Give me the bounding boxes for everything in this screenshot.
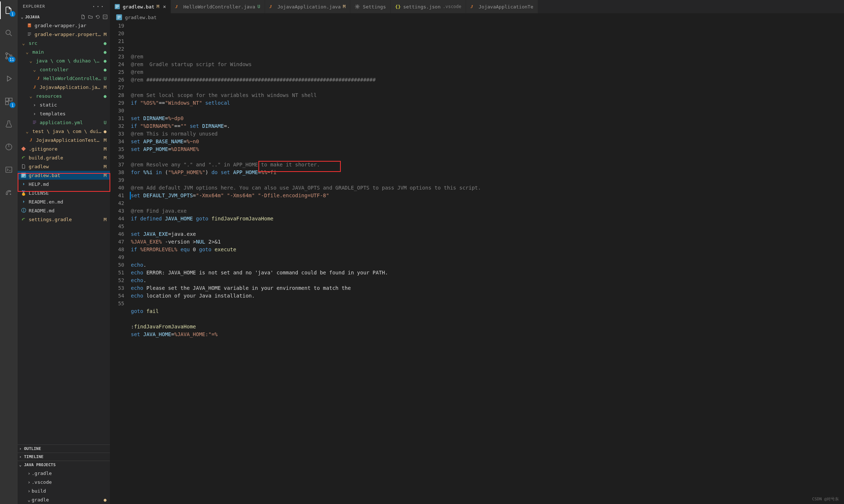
tab-settings[interactable]: Settings (350, 0, 391, 13)
activity-search-icon[interactable] (0, 24, 18, 42)
svg-rect-6 (6, 102, 8, 105)
svg-rect-23 (118, 16, 121, 17)
sidebar: EXPLORER ··· ⌄ JOJAVA gradle-wrapper.jar… (18, 0, 110, 504)
bat-icon (116, 14, 122, 20)
tree-item-controller[interactable]: ⌄controller (18, 65, 110, 74)
editor-area: gradlew.batM×JHelloWorldController.javaU… (110, 0, 844, 504)
java-projects-tree: ›.gradle›.vscode›build⌄gradle (18, 469, 110, 504)
tree-item-jojavaapplication-java[interactable]: JJojavaApplication.javaM (18, 83, 110, 91)
tree-item-helloworldcontroller-[interactable]: JHelloWorldController....U (18, 74, 110, 83)
refresh-icon[interactable] (95, 14, 100, 19)
activity-debug-icon[interactable] (0, 70, 18, 87)
tree-item-gradle-wrapper-properties[interactable]: gradle-wrapper.propertiesM (18, 30, 110, 39)
files-badge: 1 (10, 11, 15, 17)
panel-outline[interactable]: › OUTLINE (18, 444, 110, 453)
more-icon[interactable]: ··· (92, 3, 105, 10)
javaproj-item-gradle[interactable]: ⌄gradle (18, 495, 110, 504)
svg-rect-8 (6, 167, 12, 173)
javaproj-item-build[interactable]: ›build (18, 486, 110, 495)
tree-item-test-java-com-duihao-[interactable]: ⌄test \ java \ com \ duihao \ ... (18, 127, 110, 136)
activity-test-icon[interactable] (0, 115, 18, 133)
tree-item-settings-gradle[interactable]: settings.gradleM (18, 215, 110, 224)
root-folder-label: JOJAVA (25, 15, 40, 19)
activity-power-icon[interactable] (0, 138, 18, 156)
tree-item-gradle-wrapper-jar[interactable]: gradle-wrapper.jar (18, 21, 110, 30)
sidebar-header: EXPLORER ··· (18, 0, 110, 13)
tab-jojavaapplicationte[interactable]: JJojavaApplicationTe (466, 0, 538, 13)
tree-item-readme-en-md[interactable]: README.en.md (18, 197, 110, 206)
code-editor[interactable]: @rem@rem Gradle startup script for Windo… (131, 21, 844, 504)
tree-item-license[interactable]: 🏅LICENSE (18, 188, 110, 197)
tab-jojavaapplication-java[interactable]: JJojavaApplication.javaM (265, 0, 350, 13)
tree-item-templates[interactable]: ›templates (18, 109, 110, 118)
activity-terminal-icon[interactable] (0, 161, 18, 179)
svg-rect-5 (9, 98, 12, 101)
tab-gradlew-bat[interactable]: gradlew.batM× (110, 0, 171, 13)
tree-item-build-gradle[interactable]: build.gradleM (18, 153, 110, 162)
file-tree: gradle-wrapper.jargradle-wrapper.propert… (18, 21, 110, 444)
tree-item-src[interactable]: ⌄src (18, 39, 110, 47)
tree-item-application-yml[interactable]: application.ymlU (18, 118, 110, 127)
svg-point-9 (10, 194, 11, 195)
svg-rect-16 (22, 176, 24, 176)
activity-explorer-icon[interactable]: 1 (0, 1, 18, 19)
tab-helloworldcontroller-java[interactable]: JHelloWorldController.javaU (171, 0, 265, 13)
tree-item-jojavaapplicationtests-j-[interactable]: JJojavaApplicationTests.j...M (18, 136, 110, 144)
tree-item-main[interactable]: ⌄main (18, 47, 110, 56)
svg-rect-25 (118, 18, 119, 18)
new-file-icon[interactable] (81, 14, 86, 19)
tree-item-gradlew-bat[interactable]: gradlew.batM (18, 171, 110, 180)
breadcrumb-label: gradlew.bat (125, 15, 157, 20)
activity-extensions-icon[interactable]: 1 (0, 93, 18, 110)
watermark: CSDN @对号东 (812, 496, 839, 502)
svg-point-0 (6, 30, 10, 35)
close-icon[interactable]: × (163, 4, 166, 10)
activity-scm-icon[interactable]: 11 (0, 47, 18, 65)
javaproj-item--vscode[interactable]: ›.vscode (18, 478, 110, 486)
tree-item-gradlew[interactable]: gradlewM (18, 162, 110, 171)
breadcrumb[interactable]: gradlew.bat (110, 13, 844, 21)
chevron-down-icon: ⌄ (19, 15, 25, 19)
svg-point-2 (6, 57, 8, 59)
svg-rect-24 (118, 17, 121, 17)
svg-point-1 (6, 53, 8, 55)
svg-rect-19 (116, 6, 119, 7)
collapse-icon[interactable] (103, 14, 108, 19)
tab-settings-json[interactable]: {}settings.json.vscode (391, 0, 466, 13)
activity-gradle-icon[interactable] (0, 184, 18, 201)
sidebar-title: EXPLORER (23, 4, 45, 9)
activity-bar: 1 11 1 (0, 0, 18, 504)
editor-tabs: gradlew.batM×JHelloWorldController.javaU… (110, 0, 844, 13)
tree-item-java-com-duihao-joja-[interactable]: ⌄java \ com \ duihao \ joja... (18, 56, 110, 65)
svg-rect-15 (22, 175, 25, 175)
svg-rect-11 (28, 24, 31, 28)
root-folder-header[interactable]: ⌄ JOJAVA (18, 13, 110, 21)
tree-item--gitignore[interactable]: .gitignoreM (18, 144, 110, 153)
tree-item-static[interactable]: ›static (18, 100, 110, 109)
tree-item-help-md[interactable]: HELP.md (18, 180, 110, 188)
panel-timeline[interactable]: › TIMELINE (18, 453, 110, 461)
svg-rect-20 (116, 7, 118, 8)
svg-rect-12 (28, 24, 30, 25)
svg-rect-4 (6, 98, 8, 101)
line-gutter: 1920212223242526272829303132333435363738… (110, 21, 131, 504)
svg-rect-18 (116, 6, 119, 6)
javaproj-item--gradle[interactable]: ›.gradle (18, 469, 110, 478)
svg-rect-14 (22, 174, 25, 174)
scm-badge: 11 (8, 57, 15, 62)
panel-java-projects[interactable]: ⌄ JAVA PROJECTS (18, 461, 110, 469)
new-folder-icon[interactable] (88, 14, 93, 19)
tree-item-resources[interactable]: ⌄resources (18, 91, 110, 100)
ext-badge: 1 (10, 102, 15, 108)
tree-item-readme-md[interactable]: ⓘREADME.md (18, 206, 110, 215)
svg-point-21 (357, 6, 358, 7)
